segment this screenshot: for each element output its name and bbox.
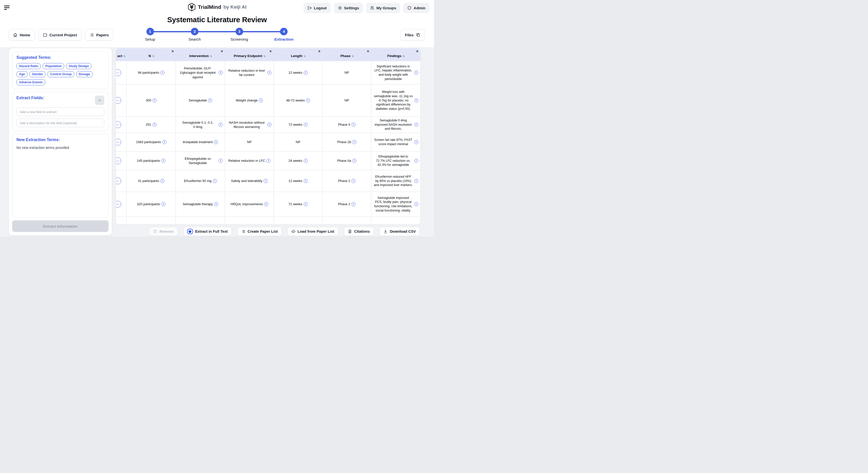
info-icon[interactable]: i <box>351 123 355 127</box>
term-pill-gender[interactable]: Gender <box>30 71 46 77</box>
info-icon[interactable]: i <box>259 98 263 102</box>
info-icon[interactable]: i <box>414 140 418 144</box>
column-header-n[interactable]: ×N↑↓ <box>126 49 176 61</box>
term-pill-age[interactable]: Age <box>17 71 28 77</box>
column-header-primary-endpoint[interactable]: ×Primary Endpoint↑↓ <box>225 49 274 61</box>
info-icon[interactable]: i <box>414 159 418 163</box>
sort-icon[interactable]: ↑↓ <box>402 54 404 58</box>
column-header-length[interactable]: ×Length↑↓ <box>274 49 322 61</box>
new-field-input[interactable] <box>17 107 104 116</box>
info-icon[interactable]: i <box>351 202 355 206</box>
info-icon[interactable]: i <box>414 71 418 75</box>
info-icon[interactable]: i <box>153 123 157 127</box>
row-menu-button[interactable]: ·· <box>116 178 121 185</box>
row-menu-button[interactable]: ·· <box>116 139 121 146</box>
row-menu-button[interactable]: ·· <box>116 69 121 76</box>
info-icon[interactable]: i <box>352 159 356 163</box>
extract-in-full-text-button[interactable]: Extract in Full Text <box>183 227 232 236</box>
info-icon[interactable]: i <box>161 159 165 163</box>
cell-text: 24 weeks <box>288 158 303 163</box>
info-icon[interactable]: i <box>414 202 418 206</box>
hamburger-menu-icon[interactable] <box>4 5 10 10</box>
column-header-intervention[interactable]: ×Intervention↑↓ <box>176 49 225 61</box>
info-icon[interactable]: i <box>414 98 418 102</box>
info-icon[interactable]: i <box>153 98 157 102</box>
cell-intervention: Semaglutidei <box>176 84 225 117</box>
papers-button[interactable]: Papers <box>85 29 113 41</box>
term-pill-hazard-ratio[interactable]: Hazard Ratio <box>17 63 41 69</box>
info-icon[interactable]: i <box>264 202 268 206</box>
info-icon[interactable]: i <box>414 123 418 127</box>
info-icon[interactable]: i <box>306 98 310 102</box>
suggested-terms-card: Suggested Terms: Hazard RatioPopulationS… <box>12 52 108 89</box>
row-menu-button[interactable]: ·· <box>116 97 121 104</box>
citations-button[interactable]: Citations <box>344 227 374 236</box>
sort-icon[interactable]: ↑↓ <box>304 54 305 58</box>
sort-icon[interactable]: ↑↓ <box>263 54 265 58</box>
info-icon[interactable]: i <box>219 123 223 127</box>
step-screening[interactable]: 3Screening <box>227 28 252 42</box>
info-icon[interactable]: i <box>414 179 418 183</box>
sort-icon[interactable]: ↑↓ <box>123 54 125 58</box>
step-extraction[interactable]: 4Extraction <box>271 28 297 42</box>
step-search[interactable]: 2Search <box>182 28 207 42</box>
info-icon[interactable]: i <box>208 98 212 102</box>
row-menu-button[interactable]: ·· <box>116 121 121 128</box>
remove-button[interactable]: Remove <box>149 227 178 236</box>
info-icon[interactable]: i <box>219 159 223 163</box>
column-header-phase[interactable]: ×Phase↑↓ <box>322 49 371 61</box>
info-icon[interactable]: i <box>351 179 355 183</box>
info-icon[interactable]: i <box>304 202 308 206</box>
create-paper-list-button[interactable]: Create Paper List <box>237 227 282 236</box>
cell-text: 94 participants <box>138 70 159 75</box>
load-from-paper-list-button[interactable]: Load from Paper List <box>287 227 338 236</box>
close-column-icon[interactable]: × <box>172 49 174 53</box>
term-pill-population[interactable]: Population <box>43 63 64 69</box>
info-icon[interactable]: i <box>352 140 356 144</box>
info-icon[interactable]: i <box>304 123 308 127</box>
row-menu-button[interactable]: ·· <box>116 201 121 208</box>
close-column-icon[interactable]: × <box>367 49 369 53</box>
info-icon[interactable]: i <box>304 159 308 163</box>
term-pill-adverse-events[interactable]: Adverse Events <box>17 79 45 85</box>
sort-icon[interactable]: ↑↓ <box>152 54 154 58</box>
info-icon[interactable]: i <box>219 71 223 75</box>
row-menu-button[interactable]: ·· <box>116 158 121 164</box>
close-column-icon[interactable]: × <box>221 49 223 53</box>
info-icon[interactable]: i <box>267 123 271 127</box>
home-button[interactable]: Home <box>8 29 35 41</box>
info-icon[interactable]: i <box>160 71 164 75</box>
info-icon[interactable]: i <box>214 140 218 144</box>
current-project-button[interactable]: Current Project <box>38 29 82 41</box>
admin-button[interactable]: Admin <box>403 3 430 13</box>
step-setup[interactable]: 1Setup <box>137 28 163 42</box>
close-column-icon[interactable]: × <box>318 49 320 53</box>
term-pill-control-group[interactable]: Control Group <box>48 71 74 77</box>
my-groups-button[interactable]: My Groups <box>366 3 400 13</box>
info-icon[interactable]: i <box>264 179 268 183</box>
info-icon[interactable]: i <box>304 71 308 75</box>
info-icon[interactable]: i <box>160 179 164 183</box>
add-field-button[interactable]: + <box>95 96 104 105</box>
extract-information-button[interactable]: Extract Information <box>12 220 108 232</box>
settings-button[interactable]: Settings <box>334 3 363 13</box>
info-icon[interactable]: i <box>266 159 270 163</box>
info-icon[interactable]: i <box>213 179 217 183</box>
term-pill-study-design[interactable]: Study Design <box>66 63 91 69</box>
info-icon[interactable]: i <box>214 202 218 206</box>
info-icon[interactable]: i <box>161 202 165 206</box>
sort-icon[interactable]: ↑↓ <box>351 54 353 58</box>
info-icon[interactable]: i <box>162 140 166 144</box>
files-button[interactable]: Files <box>400 29 425 41</box>
close-column-icon[interactable]: × <box>416 49 418 53</box>
sort-icon[interactable]: ↑↓ <box>210 54 212 58</box>
logout-button[interactable]: Logout <box>304 3 331 13</box>
info-icon[interactable]: i <box>267 71 271 75</box>
info-icon[interactable]: i <box>304 179 308 183</box>
column-header-act[interactable]: act↑↓ <box>116 49 126 61</box>
term-pill-dosage[interactable]: Dosage <box>76 71 93 77</box>
download-csv-button[interactable]: Download CSV <box>379 227 420 236</box>
column-header-findings[interactable]: ×Findings↑↓ <box>371 49 421 61</box>
close-column-icon[interactable]: × <box>269 49 272 53</box>
field-description-input[interactable] <box>17 119 104 127</box>
